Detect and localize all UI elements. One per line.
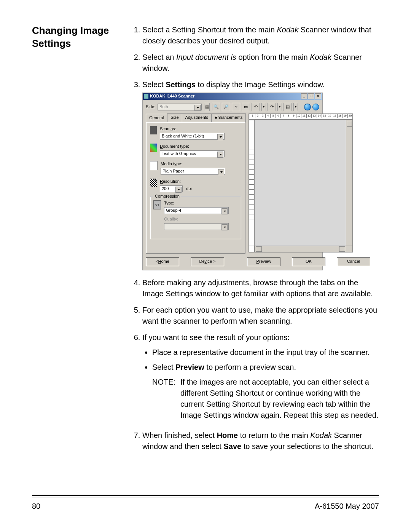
zoom-in-icon[interactable]: 🔍 [212,103,220,111]
compression-legend: Compression [153,193,181,200]
globe-icon[interactable] [304,104,311,110]
document-type-icon [150,144,157,152]
rotate-right-icon[interactable]: ↷ [268,103,276,111]
step-1: Select a Setting Shortcut from the main … [142,24,379,46]
home-button[interactable]: < Home [146,257,179,266]
minimize-button[interactable]: _ [301,93,307,99]
general-panel: Scan as: Black and White (1-bit) Documen [146,122,245,254]
tool-5-menu-icon[interactable]: ▾ [293,103,298,111]
resolution-unit: dpi [186,186,192,191]
tab-bar: General Size Adjustments Enhancements [146,113,245,122]
preview-area [249,120,353,246]
scan-as-label: Scan as: [160,126,241,132]
note-label: NOTE: [152,377,177,421]
preview-canvas[interactable] [255,120,346,246]
document-type-label: Document type: [160,144,241,150]
rotate-left-icon[interactable]: ↶ [252,103,260,111]
tab-size[interactable]: Size [167,113,182,122]
horizontal-scrollbar[interactable] [255,246,346,252]
note-block: NOTE: If the images are not acceptable, … [152,377,379,421]
step-6-bullet-1: Place a representative document in the i… [152,347,379,358]
side-label: Side: [146,104,155,110]
window-title: KODAK i1440 Scanner [150,93,194,99]
rotate-left-menu-icon[interactable]: ▾ [261,103,266,111]
zoom-out-icon[interactable]: 🔎 [222,103,230,111]
close-button[interactable]: × [315,93,321,99]
document-id: A-61550 May 2007 [315,502,379,511]
resolution-icon [150,179,157,187]
media-type-label: Media type: [161,161,241,167]
horizontal-ruler: 1234567891011121314151617181920 [249,113,353,120]
side-dropdown[interactable]: Both [158,104,202,110]
media-type-dropdown[interactable]: Plain Paper [161,168,225,175]
tab-general[interactable]: General [146,114,167,122]
step-6: If you want to see the result of your op… [142,332,379,421]
preview-button[interactable]: Preview [247,257,280,266]
step-4: Before making any adjustments, browse th… [142,277,379,299]
document-type-dropdown[interactable]: Text with Graphics [160,150,225,157]
note-body: If the images are not acceptable, you ca… [180,377,379,421]
scan-as-icon [150,126,157,134]
side-action-icon[interactable]: ▦ [204,103,210,111]
compression-type-dropdown[interactable]: Group-4 [164,207,229,214]
page-footer: 80 A-61550 May 2007 [32,495,379,511]
tool-icon-5[interactable]: ▤ [284,103,292,111]
scanner-window: KODAK i1440 Scanner _ □ × Side: Bo [142,93,323,270]
tool-icon-1[interactable]: ✧ [232,103,240,111]
device-button[interactable]: Device > [191,257,224,266]
step-3: Select Settings to display the Image Set… [142,79,379,270]
compression-type-label: Type: [164,200,238,206]
steps-list: Select a Setting Shortcut from the main … [132,24,379,452]
step-6-bullet-2: Select Preview to perform a preview scan… [152,362,379,373]
tab-adjustments[interactable]: Adjustments [182,113,212,122]
resolution-dropdown[interactable]: 200 [160,185,183,192]
step-2: Select an Input document is option from … [142,52,379,74]
tab-enhancements[interactable]: Enhancements [211,113,246,122]
maximize-button[interactable]: □ [308,93,314,99]
quality-label: Quality: [164,216,238,222]
step-5: For each option you want to use, make th… [142,305,379,327]
compression-fieldset: Compression G4 Type: Group-4 [150,196,241,239]
window-titlebar: KODAK i1440 Scanner _ □ × [143,93,322,100]
vertical-ruler [249,120,255,246]
section-heading: Changing Image Settings [32,24,119,50]
rotate-right-menu-icon[interactable]: ▾ [277,103,282,111]
quality-dropdown [164,223,229,230]
media-type-icon [150,161,158,170]
tool-icon-2[interactable]: ▭ [242,103,250,111]
step-7: When finished, select Home to return to … [142,430,379,452]
cancel-button[interactable]: Cancel [337,257,370,266]
ok-button[interactable]: OK [292,257,325,266]
app-icon [144,94,148,99]
vertical-scrollbar[interactable] [346,120,352,246]
scan-as-dropdown[interactable]: Black and White (1-bit) [160,133,225,140]
resolution-label: Resolution: [160,179,241,185]
page-number: 80 [32,502,40,511]
help-icon[interactable] [312,104,319,110]
compression-icon: G4 [153,200,161,209]
